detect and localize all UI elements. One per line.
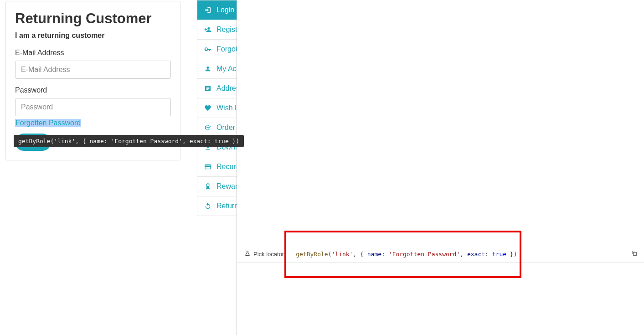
- copy-icon: [631, 251, 638, 258]
- locator-code[interactable]: getByRole('link', { name: 'Forgotten Pas…: [287, 251, 629, 258]
- copy-button[interactable]: [629, 248, 639, 260]
- login-icon: [204, 6, 212, 14]
- user-icon: [204, 65, 212, 72]
- heart-icon: [204, 104, 212, 112]
- reward-icon: [204, 183, 212, 190]
- card-subtitle: I am a returning customer: [15, 31, 171, 40]
- password-group: Password: [15, 86, 171, 116]
- return-icon: [204, 202, 212, 210]
- email-group: E-Mail Address: [15, 49, 171, 79]
- card-title: Returning Customer: [15, 10, 171, 27]
- email-label: E-Mail Address: [15, 49, 171, 57]
- pick-locator-button[interactable]: Pick locator: [242, 248, 287, 260]
- address-book-icon: [204, 85, 212, 92]
- locator-tooltip: getByRole('link', { name: 'Forgotten Pas…: [14, 135, 244, 147]
- pick-locator-label: Pick locator: [253, 251, 284, 258]
- pane-divider[interactable]: [237, 0, 237, 335]
- inspector-pane: Pick locator getByRole('link', { name: '…: [237, 0, 644, 335]
- password-label: Password: [15, 86, 171, 94]
- svg-rect-0: [634, 253, 637, 256]
- forgotten-password-link[interactable]: Forgotten Password: [15, 119, 81, 127]
- app-preview-pane: Returning Customer I am a returning cust…: [0, 0, 237, 335]
- email-input[interactable]: [15, 61, 171, 79]
- password-input[interactable]: [15, 98, 171, 116]
- box-icon: [204, 124, 212, 131]
- key-icon: [204, 46, 212, 53]
- user-plus-icon: [204, 26, 212, 33]
- locator-bar: Pick locator getByRole('link', { name: '…: [237, 245, 644, 263]
- credit-card-icon: [204, 163, 212, 170]
- flask-icon: [244, 250, 251, 258]
- sidebar-item-label: Login: [216, 6, 234, 14]
